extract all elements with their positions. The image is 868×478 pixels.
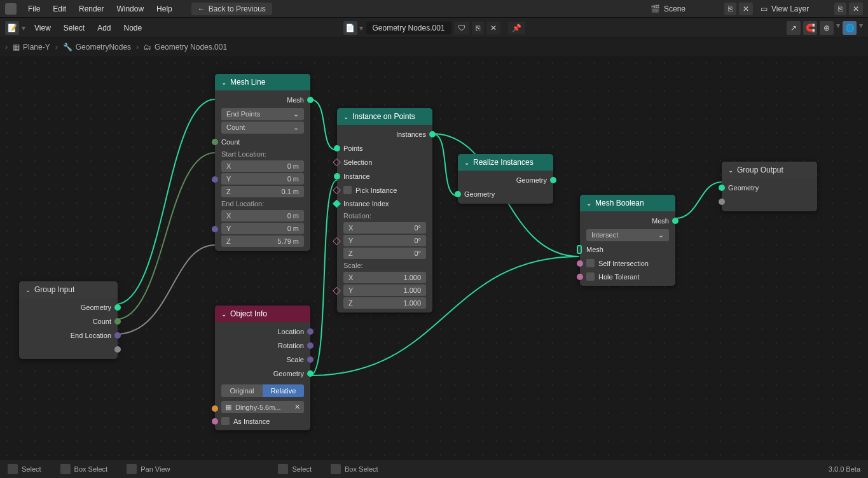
pivot-button[interactable]: ⊕ <box>820 21 834 35</box>
bool-socket[interactable] <box>577 274 583 280</box>
node-header[interactable]: ⌄ Group Input <box>19 281 118 298</box>
as-instance-checkbox[interactable] <box>221 417 230 425</box>
original-button[interactable]: Original <box>221 384 263 397</box>
node-mesh-boolean[interactable]: ⌄ Mesh Boolean Mesh Intersect⌄ Mesh Self… <box>580 195 675 286</box>
end-y-field[interactable]: Y0 m <box>221 223 304 234</box>
node-header[interactable]: ⌄ Object Info <box>215 306 310 322</box>
viewlayer-selector[interactable]: ▭ View Layer <box>755 3 832 15</box>
boolean-mode-dropdown[interactable]: Intersect⌄ <box>586 229 669 241</box>
node-instance-on-points[interactable]: ⌄ Instance on Points Instances Points Se… <box>337 108 432 313</box>
vector-socket[interactable] <box>212 176 218 183</box>
count-mode-dropdown[interactable]: Count⌄ <box>221 122 304 134</box>
clear-button[interactable]: ✕ <box>294 403 300 411</box>
pin-button[interactable]: 📌 <box>508 22 525 34</box>
scene-selector[interactable]: 🎬 Scene <box>645 3 722 15</box>
virtual-socket[interactable] <box>719 199 725 205</box>
start-z-field[interactable]: Z0.1 m <box>221 186 304 197</box>
vector-socket[interactable] <box>307 328 313 335</box>
node-header[interactable]: ⌄ Mesh Line <box>215 74 310 90</box>
rot-z-field[interactable]: Z0° <box>343 248 426 259</box>
hole-tolerant-checkbox[interactable] <box>586 272 595 281</box>
node-group-input[interactable]: ⌄ Group Input Geometry Count End Locatio… <box>19 281 118 359</box>
transform-space-toggle[interactable]: Original Relative <box>221 384 304 397</box>
geometry-socket[interactable] <box>334 173 340 179</box>
geometry-socket[interactable] <box>307 97 313 103</box>
node-canvas[interactable]: ⌄ Group Input Geometry Count End Locatio… <box>0 56 868 459</box>
node-object-info[interactable]: ⌄ Object Info Location Rotation Scale Ge… <box>215 306 310 430</box>
multi-geometry-socket[interactable] <box>577 245 582 254</box>
menu-file[interactable]: File <box>22 2 46 16</box>
geometry-socket[interactable] <box>307 370 313 377</box>
overlay-button[interactable]: 🌐 <box>843 21 857 35</box>
start-x-field[interactable]: X0 m <box>221 160 304 172</box>
breadcrumb-nodegroup[interactable]: 🗂 Geometry Nodes.001 <box>144 43 227 52</box>
int-socket[interactable] <box>212 139 218 145</box>
end-x-field[interactable]: X0 m <box>221 210 304 221</box>
node-realize-instances[interactable]: ⌄ Realize Instances Geometry Geometry <box>458 154 553 204</box>
nodetree-browse-button[interactable]: 📄 <box>343 21 357 35</box>
object-socket[interactable] <box>212 405 218 412</box>
node-header[interactable]: ⌄ Realize Instances <box>458 154 553 171</box>
node-group-output[interactable]: ⌄ Group Output Geometry <box>722 162 817 211</box>
menu-help[interactable]: Help <box>150 2 179 16</box>
arrow-up-button[interactable]: ↗ <box>787 21 801 35</box>
scale-z-field[interactable]: Z1.000 <box>343 297 426 309</box>
virtual-socket[interactable] <box>114 346 121 353</box>
geometry-socket[interactable] <box>429 131 436 137</box>
self-intersection-checkbox[interactable] <box>586 259 595 267</box>
node-header[interactable]: ⌄ Instance on Points <box>337 108 432 125</box>
geometry-socket[interactable] <box>334 145 340 151</box>
node-header[interactable]: ⌄ Mesh Boolean <box>580 195 675 211</box>
pick-instance-checkbox[interactable] <box>343 186 352 194</box>
vector-socket[interactable] <box>333 237 341 246</box>
back-button[interactable]: ← Back to Previous <box>191 3 272 15</box>
int-socket[interactable] <box>114 318 121 325</box>
toolbar-node[interactable]: Node <box>118 21 149 35</box>
geometry-socket[interactable] <box>550 177 556 183</box>
app-logo[interactable] <box>5 3 17 15</box>
geometry-socket[interactable] <box>672 218 679 224</box>
scene-close-button[interactable]: ✕ <box>739 3 753 15</box>
menu-render[interactable]: Render <box>72 2 110 16</box>
geometry-socket[interactable] <box>719 185 725 191</box>
vector-socket[interactable] <box>307 356 313 363</box>
vector-socket[interactable] <box>114 332 121 339</box>
end-z-field[interactable]: Z5.79 m <box>221 235 304 247</box>
viewlayer-close-button[interactable]: ✕ <box>849 3 863 15</box>
toolbar-add[interactable]: Add <box>91 21 117 35</box>
start-y-field[interactable]: Y0 m <box>221 173 304 185</box>
rot-y-field[interactable]: Y0° <box>343 235 426 246</box>
breadcrumb-modifier[interactable]: 🔧 GeometryNodes <box>63 43 131 52</box>
vector-socket[interactable] <box>307 342 313 349</box>
geometry-socket[interactable] <box>114 304 121 311</box>
mode-dropdown[interactable]: End Points⌄ <box>221 108 304 120</box>
snap-button[interactable]: 🧲 <box>803 21 817 35</box>
nodegroup-name-field[interactable]: Geometry Nodes.001 <box>366 22 451 34</box>
node-header[interactable]: ⌄ Group Output <box>722 162 817 178</box>
relative-button[interactable]: Relative <box>263 384 304 397</box>
vector-socket[interactable] <box>333 287 341 295</box>
int-socket[interactable] <box>333 200 341 208</box>
scale-x-field[interactable]: X1.000 <box>343 272 426 283</box>
scale-y-field[interactable]: Y1.000 <box>343 285 426 296</box>
fake-user-button[interactable]: ⎘ <box>472 22 484 34</box>
breadcrumb-object[interactable]: ▦ Plane-Y <box>13 43 50 52</box>
bool-socket[interactable] <box>212 418 218 425</box>
toolbar-view[interactable]: View <box>28 21 57 35</box>
viewlayer-new-button[interactable]: ⎘ <box>834 3 846 15</box>
node-mesh-line[interactable]: ⌄ Mesh Line Mesh End Points⌄ Count⌄ Coun… <box>215 74 310 251</box>
unlink-button[interactable]: ✕ <box>486 22 500 34</box>
object-field[interactable]: ▦ Dinghy-5.6m... ✕ <box>221 401 304 413</box>
editor-type-button[interactable]: 📝 <box>5 21 19 35</box>
menu-window[interactable]: Window <box>110 2 150 16</box>
scene-new-button[interactable]: ⎘ <box>724 3 736 15</box>
rot-x-field[interactable]: X0° <box>343 222 426 234</box>
geometry-socket[interactable] <box>455 191 461 197</box>
shield-button[interactable]: 🛡 <box>454 22 469 34</box>
bool-socket[interactable] <box>577 260 583 267</box>
selection-socket[interactable] <box>333 158 341 167</box>
menu-edit[interactable]: Edit <box>46 2 72 16</box>
vector-socket[interactable] <box>212 226 218 232</box>
toolbar-select[interactable]: Select <box>57 21 91 35</box>
bool-socket[interactable] <box>333 186 341 194</box>
